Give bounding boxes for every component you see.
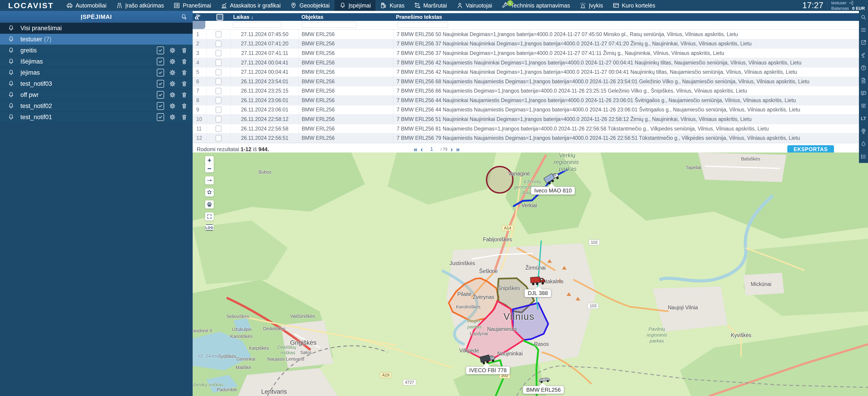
alert-delete-icon[interactable] [181,69,188,76]
alert-settings-icon[interactable] [169,47,176,54]
alert-settings-icon[interactable] [169,114,176,120]
logout-icon[interactable] [848,0,854,6]
collapse-sidebar-icon[interactable]: « [194,14,199,21]
nav-item-2[interactable]: Pranešimai [168,0,216,11]
add-alert-icon[interactable] [180,13,188,21]
nav-item-8[interactable]: Vairuotojai [452,0,497,11]
last-page-button[interactable]: » [456,145,460,153]
sidebar-item-6[interactable]: off pwr [0,89,193,101]
alert-enabled-checkbox[interactable] [157,58,164,65]
table-row[interactable]: 826.11.2024 23:06:01BMW ERL2567 BMW ERL2… [193,96,868,105]
alert-delete-icon[interactable] [181,114,188,120]
alert-settings-icon[interactable] [169,80,176,87]
collapse-tab[interactable] [193,21,205,29]
row-checkbox[interactable] [216,107,221,113]
alert-enabled-checkbox[interactable] [157,102,164,110]
map-measure-button[interactable] [205,176,214,185]
map-log-button[interactable]: LOG [206,224,213,230]
row-checkbox[interactable] [216,125,221,132]
nav-item-7[interactable]: Maršrutai [409,0,452,11]
alert-delete-icon[interactable] [181,47,188,54]
first-page-button[interactable]: « [413,145,417,153]
alert-enabled-checkbox[interactable] [157,80,164,88]
map-zoom-in-button[interactable]: + [205,156,214,164]
alert-settings-icon[interactable] [169,58,176,65]
alert-settings-icon[interactable] [169,91,176,98]
nav-item-1[interactable]: Įrašo atkūrimas [111,0,169,11]
vehicle-marker[interactable] [530,275,546,287]
nav-item-6[interactable]: Kuras [375,0,409,11]
vehicle-label[interactable]: IVECO FBI 778 [466,366,510,374]
toolbar-file-button[interactable] [859,74,868,87]
toolbar-drop-button[interactable] [859,138,868,150]
time-filter-input[interactable] [233,22,281,28]
map[interactable]: VanaginėTapeliaiBalsiškėsVerkiųregionini… [193,152,868,396]
map-fullscreen-button[interactable] [205,213,214,221]
column-object[interactable]: Objektas [299,14,393,20]
table-row[interactable]: 327.11.2024 07:41:11BMW ERL2567 BMW ERL2… [193,49,868,58]
row-checkbox[interactable] [216,116,221,122]
row-checkbox[interactable] [216,59,221,66]
map-zoom-out-button[interactable]: − [205,164,214,172]
sidebar-item-0[interactable]: Visi pranešimai [0,23,193,34]
object-filter-input[interactable] [302,22,357,28]
row-checkbox[interactable] [216,40,221,47]
row-checkbox[interactable] [216,135,221,141]
sidebar-item-5[interactable]: test_notif03 [0,78,193,89]
row-checkbox[interactable] [216,50,221,56]
row-checkbox[interactable] [216,31,221,37]
nav-item-3[interactable]: Ataskaitos ir grafikai [216,0,285,11]
alert-enabled-checkbox[interactable] [157,47,164,54]
row-checkbox[interactable] [216,78,221,85]
alert-delete-icon[interactable] [181,58,188,65]
toolbar-satellite-button[interactable] [859,49,868,61]
alert-settings-icon[interactable] [169,103,176,109]
column-time[interactable]: Laikas ↓ [230,14,299,20]
table-row[interactable]: 127.11.2024 07:45:50BMW ERL2567 BMW ERL2… [193,30,868,39]
sidebar-item-7[interactable]: test_notif02 [0,101,193,112]
sidebar-item-4[interactable]: Įėjimas [0,67,193,78]
column-text[interactable]: Pranešimo tekstas [393,14,868,20]
prev-page-button[interactable]: ‹ [421,145,423,153]
text-filter-input[interactable] [397,22,448,28]
nav-item-5[interactable]: Įspėjimai [335,0,376,11]
table-row[interactable]: 427.11.2024 00:04:41BMW ERL2567 BMW ERL2… [193,58,868,67]
nav-item-4[interactable]: Geoobjektai [285,0,334,11]
nav-item-0[interactable]: Automobiliai [61,0,111,11]
alert-delete-icon[interactable] [181,103,188,109]
nav-item-11[interactable]: Kuro kortelės [608,0,660,11]
alert-enabled-checkbox[interactable] [157,69,164,77]
toolbar-search-button[interactable] [859,11,868,24]
table-row[interactable]: 527.11.2024 00:04:41BMW ERL2567 BMW ERL2… [193,67,868,77]
sidebar-item-1[interactable]: testuser(7) [0,34,193,45]
table-row[interactable]: 1026.11.2024 22:58:12BMW ERL2567 BMW ERL… [193,115,868,124]
toolbar-menu-button[interactable] [859,24,868,36]
alert-enabled-checkbox[interactable] [157,113,164,121]
toolbar-sliders-button[interactable] [859,100,868,112]
language-button[interactable]: LT [859,112,868,125]
vehicle-label[interactable]: BMW ERL256 [523,386,564,394]
sidebar-item-3[interactable]: Išėjimas [0,56,193,67]
next-page-button[interactable]: › [451,145,453,153]
map-print-button[interactable] [205,200,214,208]
toolbar-globe-button[interactable] [859,125,868,138]
table-row[interactable]: 227.11.2024 07:41:20BMW ERL2567 BMW ERL2… [193,39,868,49]
toolbar-list2-button[interactable] [859,150,868,163]
vehicle-label[interactable]: DJL 388 [524,289,551,297]
table-row[interactable]: 1126.11.2024 22:56:58BMW ERL2567 BMW ERL… [193,124,868,134]
row-checkbox[interactable] [216,69,221,75]
toolbar-external-button[interactable] [859,36,868,49]
table-row[interactable]: 926.11.2024 23:06:01BMW ERL2567 BMW ERL2… [193,105,868,115]
sidebar-item-8[interactable]: test_notif01 [0,112,193,123]
table-row[interactable]: 1226.11.2024 22:56:51BMW ERL2567 BMW ERL… [193,134,868,143]
toolbar-help-button[interactable] [859,61,868,74]
table-row[interactable]: 726.11.2024 23:25:15BMW ERL2567 BMW ERL2… [193,86,868,96]
vehicle-label[interactable]: Iveco MAO 810 [531,187,575,195]
select-all-checkbox[interactable] [216,14,223,21]
alert-delete-icon[interactable] [181,91,188,98]
toolbar-chat-button[interactable] [859,87,868,100]
row-checkbox[interactable] [216,88,221,94]
row-checkbox[interactable] [216,97,221,104]
map-draw-polygon-button[interactable] [205,188,214,197]
alert-enabled-checkbox[interactable] [157,91,164,99]
